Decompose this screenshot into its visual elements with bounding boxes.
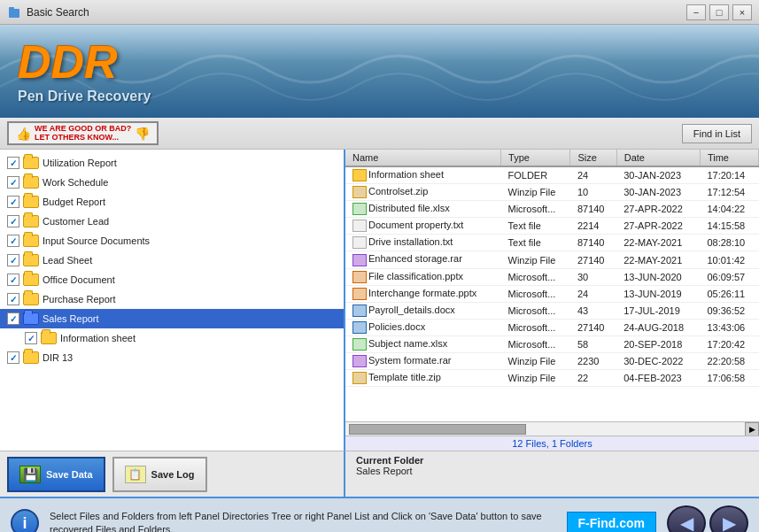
xlsx-icon — [352, 338, 367, 351]
tree-item-label: Purchase Report — [43, 294, 116, 305]
cell-type: Winzip File — [501, 353, 570, 370]
tree-item[interactable]: Lead Sheet — [0, 251, 344, 270]
table-row[interactable]: File classification.pptxMicrosoft...3013… — [345, 268, 759, 285]
cell-time: 09:36:52 — [700, 302, 758, 319]
window-controls: − □ × — [686, 4, 752, 20]
table-row[interactable]: Template title.zipWinzip File2204-FEB-20… — [345, 370, 759, 387]
cell-size: 87140 — [570, 201, 616, 218]
titlebar: Basic Search − □ × — [0, 0, 759, 25]
tree-item-label: Budget Report — [43, 197, 105, 207]
table-row[interactable]: Controlset.zipWinzip File1030-JAN-202317… — [345, 184, 759, 201]
table-row[interactable]: Enhanced storage.rarWinzip File2714022-M… — [345, 251, 759, 268]
tree-item[interactable]: DIR 13 — [0, 348, 344, 367]
cell-time: 06:09:57 — [700, 268, 758, 285]
col-name: Name — [345, 150, 501, 166]
cell-time: 17:20:42 — [700, 335, 758, 352]
save-log-icon: 📋 — [125, 466, 146, 483]
tree-item-label: Sales Report — [43, 313, 99, 324]
cell-time: 17:12:54 — [700, 184, 758, 201]
info-icon: i — [11, 509, 39, 532]
tree-item-label: Input Source Documents — [43, 235, 150, 246]
bottom-left: 💾 Save Data 📋 Save Log — [0, 451, 345, 497]
tree-item[interactable]: Customer Lead — [0, 212, 344, 231]
rar-icon — [352, 355, 367, 367]
cell-type: Microsoft... — [501, 319, 570, 335]
cell-date: 04-FEB-2023 — [616, 370, 700, 387]
folder-icon — [352, 169, 367, 181]
table-row[interactable]: Distributed file.xlsxMicrosoft...8714027… — [345, 201, 759, 218]
cell-time: 22:20:58 — [700, 353, 758, 370]
scrollbar-thumb[interactable] — [349, 424, 526, 435]
cell-size: 2230 — [570, 353, 616, 370]
tree-checkbox[interactable] — [7, 235, 19, 247]
tree-item[interactable]: Sales Report — [0, 309, 344, 328]
tree-checkbox[interactable] — [7, 254, 19, 266]
horizontal-scrollbar[interactable]: ▶ — [345, 421, 759, 436]
cell-name: Distributed file.xlsx — [345, 201, 501, 218]
cell-name: System formate.rar — [345, 353, 501, 370]
directory-tree[interactable]: Utilization ReportWork ScheduleBudget Re… — [0, 150, 344, 451]
current-folder-label: Current Folder — [356, 455, 748, 466]
tree-item[interactable]: Utilization Report — [0, 153, 344, 173]
folder-icon — [23, 196, 39, 208]
cell-date: 30-JAN-2023 — [616, 166, 700, 184]
table-row[interactable]: Payroll_details.docxMicrosoft...4317-JUL… — [345, 302, 759, 319]
save-log-button[interactable]: 📋 Save Log — [112, 457, 207, 492]
tree-checkbox[interactable] — [7, 215, 19, 227]
zip-icon — [352, 186, 367, 198]
scroll-right-arrow[interactable]: ▶ — [745, 422, 759, 436]
tree-checkbox[interactable] — [7, 312, 19, 325]
cell-name: Payroll_details.docx — [345, 302, 501, 319]
table-row[interactable]: Information sheetFOLDER2430-JAN-202317:2… — [345, 166, 759, 184]
tree-item[interactable]: Information sheet — [0, 328, 344, 348]
tree-item[interactable]: Purchase Report — [0, 289, 344, 309]
left-panel: Utilization ReportWork ScheduleBudget Re… — [0, 150, 345, 451]
tree-checkbox[interactable] — [7, 176, 19, 189]
table-row[interactable]: Drive installation.txtText file8714022-M… — [345, 235, 759, 251]
header: DDR Pen Drive Recovery — [0, 25, 759, 118]
cell-type: Microsoft... — [501, 285, 570, 302]
tree-item-label: DIR 13 — [43, 352, 73, 363]
cell-time: 14:15:58 — [700, 218, 758, 235]
tree-item[interactable]: Work Schedule — [0, 173, 344, 192]
folder-icon — [41, 332, 57, 344]
tree-item[interactable]: Input Source Documents — [0, 231, 344, 251]
app-logo: DDR — [18, 39, 151, 85]
table-row[interactable]: Interchange formate.pptxMicrosoft...2413… — [345, 285, 759, 302]
tree-item[interactable]: Budget Report — [0, 192, 344, 212]
cell-name: Enhanced storage.rar — [345, 251, 501, 268]
table-row[interactable]: Policies.docxMicrosoft...2714024-AUG-201… — [345, 319, 759, 335]
tree-checkbox[interactable] — [7, 157, 19, 169]
status-text: Select Files and Folders from left Panel… — [50, 510, 556, 532]
statusbar: i Select Files and Folders from left Pan… — [0, 497, 759, 532]
minimize-button[interactable]: − — [686, 4, 706, 20]
cell-date: 22-MAY-2021 — [616, 235, 700, 251]
forward-button[interactable]: ▶ — [709, 505, 748, 532]
find-in-list-button[interactable]: Find in List — [682, 124, 752, 143]
tree-checkbox[interactable] — [7, 274, 19, 286]
close-button[interactable]: × — [732, 4, 752, 20]
app-icon — [7, 5, 21, 19]
header-content: DDR Pen Drive Recovery — [18, 39, 151, 104]
maximize-button[interactable]: □ — [709, 4, 729, 20]
tree-item[interactable]: Office Document — [0, 270, 344, 289]
file-table-container[interactable]: Name Type Size Date Time Information she… — [345, 150, 759, 421]
badge-button[interactable]: 👍 WE ARE GOOD OR BAD? LET OTHERS KNOW...… — [7, 121, 159, 146]
pptx-icon — [352, 271, 367, 283]
tree-checkbox[interactable] — [7, 196, 19, 208]
file-count: 12 Files, 1 Folders — [345, 436, 759, 451]
save-data-button[interactable]: 💾 Save Data — [7, 457, 105, 492]
table-row[interactable]: System formate.rarWinzip File223030-DEC-… — [345, 353, 759, 370]
cell-size: 27140 — [570, 251, 616, 268]
table-row[interactable]: Subject name.xlsxMicrosoft...5820-SEP-20… — [345, 335, 759, 352]
cell-time: 10:01:42 — [700, 251, 758, 268]
back-button[interactable]: ◀ — [667, 505, 706, 532]
table-row[interactable]: Document property.txtText file221427-APR… — [345, 218, 759, 235]
tree-checkbox[interactable] — [7, 293, 19, 305]
tree-item-label: Office Document — [43, 274, 115, 285]
tree-item-label: Work Schedule — [43, 177, 108, 188]
tree-item-label: Customer Lead — [43, 216, 109, 227]
cell-size: 24 — [570, 166, 616, 184]
tree-checkbox[interactable] — [7, 351, 19, 364]
tree-checkbox[interactable] — [25, 332, 37, 344]
